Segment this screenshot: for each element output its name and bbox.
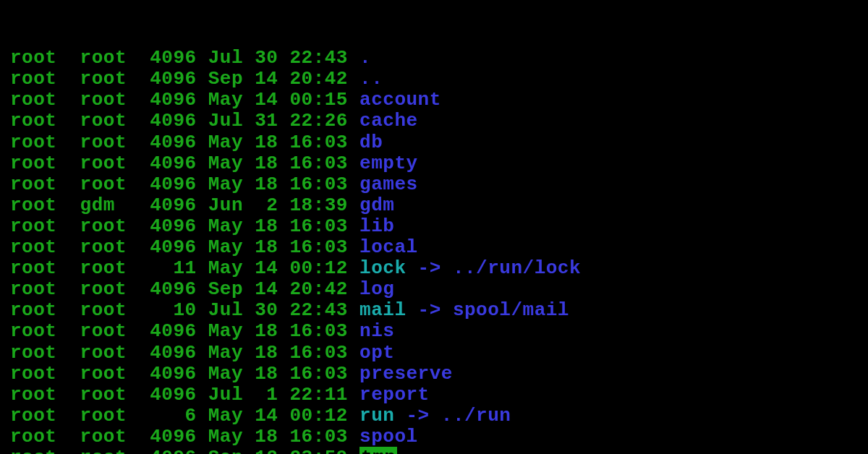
ls-name: games (359, 174, 418, 195)
ls-row: root root 4096 May 18 16:03 games (10, 174, 858, 195)
ls-meta: root root 4096 May 18 16:03 (10, 153, 359, 174)
ls-name: .. (359, 68, 383, 90)
ls-name: mail (359, 299, 406, 321)
ls-row: root root 4096 May 18 16:03 opt (10, 343, 858, 364)
ls-meta: root root 6 May 14 00:12 (10, 405, 359, 427)
ls-meta: root root 4096 Sep 12 23:59 (10, 447, 359, 454)
ls-row: root root 6 May 14 00:12 run -> ../run (10, 406, 858, 427)
ls-name: tmp (359, 447, 397, 454)
terminal-output[interactable]: root root 4096 Jul 30 22:43 .root root 4… (0, 0, 868, 454)
ls-name: nis (359, 320, 394, 342)
ls-name: account (359, 89, 441, 111)
ls-meta: root root 4096 May 18 16:03 (10, 363, 359, 385)
ls-name: report (359, 384, 430, 406)
ls-meta: root root 10 Jul 30 22:43 (10, 299, 359, 321)
ls-name: db (359, 132, 383, 153)
ls-name: opt (359, 342, 394, 364)
ls-name: lock (359, 257, 406, 279)
ls-name: lib (359, 215, 394, 237)
ls-row: root root 4096 Sep 12 23:59 tmp (10, 447, 858, 454)
ls-row: root root 4096 Sep 14 20:42 .. (10, 69, 858, 90)
ls-row: root root 4096 May 18 16:03 db (10, 132, 858, 153)
ls-meta: root root 11 May 14 00:12 (10, 257, 359, 279)
ls-row: root root 4096 Jul 1 22:11 report (10, 385, 858, 406)
ls-meta: root root 4096 May 18 16:03 (10, 236, 359, 258)
ls-link-target: -> spool/mail (407, 299, 569, 321)
ls-name: spool (359, 426, 418, 447)
ls-row: root root 4096 May 18 16:03 spool (10, 427, 858, 447)
ls-meta: root root 4096 Jul 31 22:26 (10, 110, 359, 132)
ls-row: root root 4096 May 18 16:03 lib (10, 216, 858, 237)
ls-name: run (359, 405, 394, 427)
ls-row: root root 4096 Jul 30 22:43 . (10, 48, 858, 69)
ls-row: root root 10 Jul 30 22:43 mail -> spool/… (10, 300, 858, 321)
ls-link-target: -> ../run (394, 405, 511, 427)
ls-meta: root gdm 4096 Jun 2 18:39 (10, 194, 359, 216)
ls-row: root root 4096 May 18 16:03 nis (10, 321, 858, 342)
ls-row: root root 4096 May 18 16:03 empty (10, 153, 858, 174)
ls-meta: root root 4096 May 14 00:15 (10, 89, 359, 111)
ls-name: cache (359, 110, 418, 132)
ls-row: root root 4096 May 18 16:03 preserve (10, 364, 858, 385)
ls-name: preserve (359, 363, 453, 385)
ls-row: root root 4096 Sep 14 20:42 log (10, 279, 858, 300)
ls-meta: root root 4096 May 18 16:03 (10, 342, 359, 364)
ls-meta: root root 4096 Sep 14 20:42 (10, 68, 359, 90)
ls-meta: root root 4096 Jul 30 22:43 (10, 47, 359, 69)
ls-name: log (359, 278, 394, 300)
ls-meta: root root 4096 May 18 16:03 (10, 215, 359, 237)
ls-name: . (359, 47, 371, 69)
ls-row: root root 11 May 14 00:12 lock -> ../run… (10, 258, 858, 279)
ls-name: gdm (359, 194, 394, 216)
ls-meta: root root 4096 May 18 16:03 (10, 426, 359, 447)
ls-meta: root root 4096 Jul 1 22:11 (10, 384, 359, 406)
ls-row: root root 4096 May 18 16:03 local (10, 237, 858, 258)
ls-link-target: -> ../run/lock (407, 257, 582, 279)
ls-name: local (359, 236, 418, 258)
ls-row: root gdm 4096 Jun 2 18:39 gdm (10, 195, 858, 216)
ls-name: empty (359, 153, 418, 174)
ls-meta: root root 4096 May 18 16:03 (10, 174, 359, 195)
ls-meta: root root 4096 Sep 14 20:42 (10, 278, 359, 300)
ls-row: root root 4096 Jul 31 22:26 cache (10, 111, 858, 132)
ls-row: root root 4096 May 14 00:15 account (10, 90, 858, 111)
ls-meta: root root 4096 May 18 16:03 (10, 132, 359, 153)
ls-meta: root root 4096 May 18 16:03 (10, 320, 359, 342)
